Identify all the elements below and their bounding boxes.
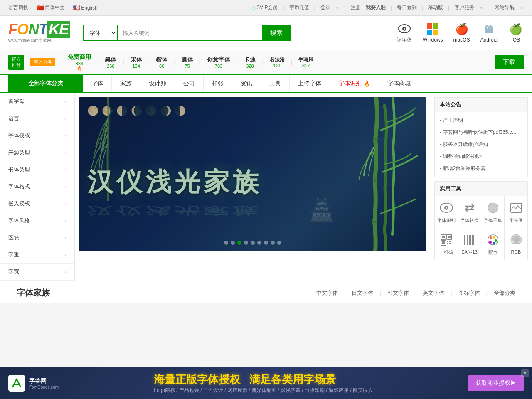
tool-qrcode[interactable]: 二维码: [435, 228, 458, 260]
tool-palette[interactable]: 配色: [481, 228, 504, 260]
windows-tool[interactable]: Windows: [423, 23, 443, 43]
slideshow[interactable]: 🌕 🌖 🌗 🌘 🌑 🌒 🌓: [79, 97, 426, 251]
sidebar-item-embed[interactable]: 嵌入授权 ›: [0, 195, 74, 212]
signup-cta-link[interactable]: 我要入驻: [366, 4, 386, 11]
kaiti-cat[interactable]: 楷体 60: [156, 56, 167, 69]
tool-recognize[interactable]: 字体识别: [435, 196, 458, 228]
nav-sample[interactable]: 样张: [204, 75, 232, 92]
nav-news[interactable]: 资讯: [232, 75, 261, 92]
announcements-header: 本站公告: [435, 98, 527, 112]
slide-dot-9[interactable]: [277, 241, 281, 245]
nav-family[interactable]: 家族: [112, 75, 140, 92]
tab-english[interactable]: 英文字体: [423, 289, 444, 297]
tool-convert[interactable]: 字体转换: [458, 196, 481, 228]
sidebar-item-width[interactable]: 字宽 ›: [0, 264, 74, 281]
slide-dot-3[interactable]: [237, 241, 241, 245]
recognize-font-tool[interactable]: 识字体: [397, 22, 412, 44]
nav-tools[interactable]: 工具: [261, 75, 290, 92]
tool-charart[interactable]: 字符画: [505, 196, 527, 228]
slide-dot-4[interactable]: [244, 241, 248, 245]
android-tool[interactable]: Android: [480, 23, 498, 43]
sidebar-item-weight[interactable]: 字重 ›: [0, 246, 74, 264]
sidebar-arrow-icon: ›: [64, 116, 66, 121]
recharge-link[interactable]: 字币充值: [289, 4, 309, 11]
header: FONTKE www.fontke.com字客网 字体 设计师 公司 搜索 识字…: [0, 16, 532, 50]
yuanti-cat[interactable]: 圆体 75: [182, 56, 193, 69]
nav-recognize[interactable]: 字体识别 🔥: [330, 75, 379, 92]
checkin-link[interactable]: 每日签到: [397, 4, 417, 11]
tab-japanese[interactable]: 日文字体: [352, 289, 373, 297]
macos-tool[interactable]: 🍎 macOS: [453, 23, 470, 43]
lang-cn-btn[interactable]: 🇨🇳 简体中文: [37, 4, 65, 11]
nav-designer[interactable]: 设计师: [140, 75, 175, 92]
search-input[interactable]: [117, 25, 262, 41]
register-link[interactable]: 注册: [351, 4, 361, 11]
slide-dot-6[interactable]: [257, 241, 261, 245]
creative-name: 创意字体: [207, 56, 230, 64]
tab-chinese[interactable]: 中文字体: [316, 289, 338, 297]
sidebar-weight-label: 字重: [8, 251, 19, 259]
announcement-item[interactable]: · 字客网与福昕软件旗下pdf365.c...: [435, 126, 527, 138]
sidebar-item-block[interactable]: 区块 ›: [0, 229, 74, 246]
slide-dot-8[interactable]: [271, 241, 275, 245]
customer-service-link[interactable]: 客户服务: [454, 4, 474, 11]
section-tabs: 中文字体 | 日文字体 | 韩文字体 | 英文字体 | 图标字体 | 全部分类: [316, 289, 515, 297]
sidebar-item-source[interactable]: 来源类型 ›: [0, 144, 74, 161]
sidebar-item-license[interactable]: 字体授权 ›: [0, 127, 74, 144]
slide-dot-2[interactable]: [231, 241, 235, 245]
mobile-link[interactable]: 移动版: [428, 4, 443, 11]
tab-korean[interactable]: 韩文字体: [387, 289, 409, 297]
svg-rect-30: [469, 235, 470, 245]
svip-link[interactable]: ◇ SVIP会员: [251, 4, 278, 11]
announcement-item[interactable]: · 严正声明: [435, 114, 527, 126]
calligraphy-cat[interactable]: 名法港 121: [270, 56, 285, 68]
tool-subset[interactable]: 字体子集: [481, 196, 504, 228]
sidebar-item-script[interactable]: 书体类型 ›: [0, 161, 74, 178]
sidebar-embed-label: 嵌入授权: [8, 200, 30, 207]
bullet-icon: ·: [440, 118, 441, 123]
tool-barcode[interactable]: EAN-13: [458, 228, 481, 260]
logo-text: FONTKE: [8, 22, 75, 37]
slide-dot-5[interactable]: [251, 241, 255, 245]
announcement-item[interactable]: · 服务器升级维护通知: [435, 138, 527, 150]
nav-font[interactable]: 字体: [83, 75, 112, 92]
cartoon-count: 328: [246, 64, 254, 69]
svg-point-15: [488, 203, 498, 213]
logo[interactable]: FONTKE www.fontke.com字客网: [8, 22, 75, 44]
songti-cat[interactable]: 宋体 134: [131, 56, 142, 69]
slide-dot-7[interactable]: [264, 241, 268, 245]
nav-upload[interactable]: 上传字体: [290, 75, 330, 92]
main-content-area: 🌕 🌖 🌗 🌘 🌑 🌒 🌓: [75, 93, 532, 281]
nav-store[interactable]: 字体商城: [379, 75, 419, 92]
announcement-item[interactable]: · 新增2台香港服务器: [435, 163, 527, 175]
recommended-badge[interactable]: 字体分类: [30, 58, 55, 66]
sidebar-item-style[interactable]: 字体风格 ›: [0, 212, 74, 229]
all-categories-menu[interactable]: 全部字体分类: [8, 75, 83, 92]
svg-point-10: [372, 179, 378, 182]
slide-dot-1[interactable]: [224, 241, 228, 245]
main-nav: 全部字体分类 字体 家族 设计师 公司 样张 资讯 工具 上传字体 字体识别 🔥…: [0, 75, 532, 93]
creative-cat[interactable]: 创意字体 783: [207, 56, 230, 69]
lang-en-btn[interactable]: 🇺🇸 English: [73, 5, 97, 11]
ios-tool[interactable]: 🍏 iOS: [508, 23, 524, 43]
sidebar-item-language[interactable]: 语言 ›: [0, 110, 74, 127]
sidebar-item-initials[interactable]: 首字母 ›: [0, 93, 74, 110]
handwriting-cat[interactable]: 手写风 817: [298, 56, 313, 68]
tab-icon-font[interactable]: 图标字体: [458, 289, 480, 297]
login-link[interactable]: 登录: [320, 4, 330, 11]
download-button[interactable]: 下载: [495, 55, 524, 69]
site-nav-link[interactable]: 网站导航: [495, 4, 515, 11]
free-commercial-cat[interactable]: 免费商用 886 🔥: [68, 54, 91, 71]
heiti-cat[interactable]: 黑体 268: [105, 56, 116, 69]
nav-company[interactable]: 公司: [175, 75, 204, 92]
svg-rect-33: [473, 235, 474, 245]
right-panel: 本站公告 · 严正声明 · 字客网与福昕软件旗下pdf365.c... · 服务…: [430, 97, 528, 276]
convert-label: 字体转换: [461, 217, 479, 224]
search-type-select[interactable]: 字体 设计师 公司: [83, 25, 117, 41]
sidebar-item-format[interactable]: 字体格式 ›: [0, 178, 74, 195]
announcement-item[interactable]: · 调整通知邮件域名: [435, 150, 527, 163]
cartoon-cat[interactable]: 卡通 328: [244, 56, 256, 69]
tab-all-categories[interactable]: 全部分类: [494, 289, 515, 297]
tool-rgb[interactable]: RGB: [505, 228, 527, 260]
search-button[interactable]: 搜索: [262, 25, 291, 41]
